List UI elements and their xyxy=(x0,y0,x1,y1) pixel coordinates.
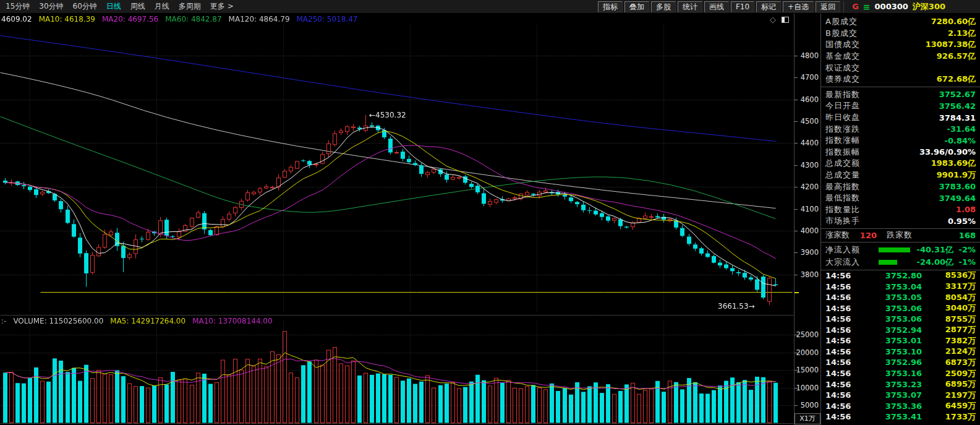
period-tab-3[interactable]: 日线 xyxy=(106,1,121,12)
index-value: 3783.60 xyxy=(939,182,976,191)
index-value: 3752.67 xyxy=(939,90,976,99)
period-tab-6[interactable]: 多周期 xyxy=(179,1,201,12)
tick-price: 3753.06 xyxy=(864,304,922,313)
index-quote-section: 最新指数3752.67今日开盘3756.42昨日收盘3784.31指数涨跌-31… xyxy=(821,87,980,229)
tick-time: 14:56 xyxy=(825,412,864,421)
toolbar-divider xyxy=(843,1,844,12)
stock-code: 000300 xyxy=(875,2,908,11)
price-axis-label: 3900 xyxy=(795,248,819,257)
index-value: 33.96/0.90% xyxy=(919,147,976,157)
flow-percent: -2% xyxy=(953,245,976,254)
trendline-axis-mark xyxy=(795,292,799,293)
volume-unit-label: X1万 xyxy=(795,413,820,424)
tick-price: 3753.05 xyxy=(864,293,922,302)
chart-corner-icons: ◇ xyxy=(770,15,789,24)
price-axis-label: 4800 xyxy=(795,51,819,60)
candlestick-chart-canvas[interactable] xyxy=(0,14,794,425)
period-tab-5[interactable]: 月线 xyxy=(155,1,169,12)
market-label: B股成交 xyxy=(825,28,858,39)
index-row: 总成交额1983.69亿 xyxy=(821,158,980,170)
tick-row: 14:563753.072197万 xyxy=(821,390,980,401)
toolbar-button-8[interactable]: 返回 xyxy=(816,1,840,12)
index-row: 指数量比1.08 xyxy=(821,204,980,216)
tick-volume: 2877万 xyxy=(922,324,976,335)
tick-volume: 2124万 xyxy=(922,346,976,357)
tick-time: 14:56 xyxy=(825,358,864,367)
price-axis-label: 4200 xyxy=(795,182,819,191)
stock-header[interactable]: G ≡ 000300 沪深300 xyxy=(847,1,945,12)
flow-row: 净流入额-40.31亿-2% xyxy=(821,244,980,256)
price-axis-label: 4700 xyxy=(795,73,819,82)
tick-volume: 8536万 xyxy=(922,270,976,281)
period-tab-4[interactable]: 周线 xyxy=(130,1,145,12)
index-label: 最高指数 xyxy=(825,181,860,192)
tick-price: 3752.96 xyxy=(864,358,922,367)
tick-price: 3753.04 xyxy=(864,282,922,291)
tick-row: 14:563753.102124万 xyxy=(821,346,980,358)
index-label: 最新指数 xyxy=(825,89,860,100)
tick-price: 3753.01 xyxy=(864,336,922,345)
tick-volume: 8054万 xyxy=(922,292,976,303)
index-row: 指数涨跌-31.64 xyxy=(821,123,980,135)
ma-value-5: MA250: 5018.47 xyxy=(297,15,358,24)
index-value: 3784.31 xyxy=(939,113,976,122)
tick-price: 3752.80 xyxy=(864,271,922,280)
index-value: 1.08 xyxy=(956,205,976,214)
toolbar-button-1[interactable]: 叠加 xyxy=(624,1,649,12)
stock-flag: G xyxy=(852,2,859,11)
list-icon[interactable]: ≡ xyxy=(863,2,871,12)
index-value: 9901.9万 xyxy=(937,170,976,181)
tick-list: 14:563752.808536万14:563753.043317万14:563… xyxy=(821,270,980,423)
market-row: 权证成交 xyxy=(821,62,980,74)
toolbar-button-0[interactable]: 指标 xyxy=(598,1,623,12)
tick-row: 14:563752.808536万 xyxy=(821,270,980,281)
panel-toggle-icon[interactable] xyxy=(782,17,789,23)
price-axis-label: 4300 xyxy=(795,161,819,170)
tick-row: 14:563753.162509万 xyxy=(821,368,980,379)
index-label: 总成交额 xyxy=(825,158,860,169)
toolbar-button-3[interactable]: 统计 xyxy=(678,1,702,12)
quote-panel: A股成交7280.60亿B股成交2.13亿国债成交13087.38亿基金成交92… xyxy=(820,14,980,425)
ma-value-4: MA120: 4864.79 xyxy=(229,15,290,24)
index-row: 最新指数3752.67 xyxy=(821,89,980,101)
tick-volume: 2509万 xyxy=(922,368,976,379)
price-axis-label: 4600 xyxy=(795,95,819,104)
toolbar-button-6[interactable]: 标记 xyxy=(756,1,781,12)
annotation-high-price: ←4530.32 xyxy=(369,111,406,119)
tick-row: 14:563753.043317万 xyxy=(821,281,980,292)
index-label: 指数量比 xyxy=(825,204,860,215)
index-row: 今日开盘3756.42 xyxy=(821,100,980,112)
period-tab-1[interactable]: 30分钟 xyxy=(39,1,63,12)
toolbar-button-4[interactable]: 画线 xyxy=(704,1,729,12)
volume-value-0: :- xyxy=(1,317,6,325)
decliners-count: 168 xyxy=(959,231,976,240)
flow-value: -24.00亿 xyxy=(916,257,953,268)
chart-area[interactable]: 4609.02MA10: 4618.39MA20: 4697.56MA60: 4… xyxy=(0,14,794,425)
index-value: 3749.64 xyxy=(939,194,976,203)
period-tab-7[interactable]: 更多 > xyxy=(210,1,234,12)
toolbar-button-7[interactable]: +自选 xyxy=(783,1,814,12)
volume-axis-label: 5000 xyxy=(795,401,819,410)
period-tab-2[interactable]: 60分钟 xyxy=(73,1,97,12)
tick-row: 14:563753.063040万 xyxy=(821,303,980,314)
tick-row: 14:563753.236895万 xyxy=(821,379,980,390)
tick-price: 3753.16 xyxy=(864,369,922,378)
market-value: 926.57亿 xyxy=(937,51,976,62)
toolbar-button-2[interactable]: 多股 xyxy=(651,1,676,12)
toolbar-button-5[interactable]: F10 xyxy=(731,1,754,12)
tick-time: 14:56 xyxy=(825,282,864,291)
tick-volume: 3317万 xyxy=(922,281,976,292)
index-label: 今日开盘 xyxy=(825,100,860,111)
period-tab-0[interactable]: 15分钟 xyxy=(6,1,30,12)
tick-row: 14:563753.068755万 xyxy=(821,314,980,325)
breadth-row: 涨家数 120 跌家数 168 xyxy=(821,229,980,243)
tick-price: 3753.23 xyxy=(864,380,922,389)
advancers-label: 涨家数 xyxy=(825,230,850,241)
index-value: 0.95% xyxy=(948,217,976,226)
volume-values-header: :-VOLUME: 115025600.00MA5: 142917264.00M… xyxy=(1,317,279,325)
tick-time: 14:56 xyxy=(825,390,864,400)
tick-row: 14:563753.366459万 xyxy=(821,400,980,411)
toolbar-buttons: 指标叠加多股统计画线F10标记+自选返回 xyxy=(598,1,840,12)
diamond-icon[interactable]: ◇ xyxy=(770,15,776,24)
tick-price: 3753.41 xyxy=(864,412,922,421)
